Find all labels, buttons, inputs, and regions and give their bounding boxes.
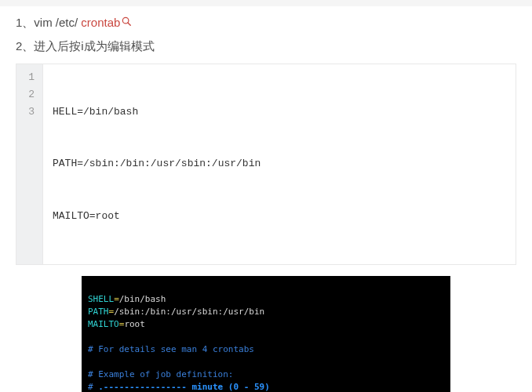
t: /bin/bash — [119, 294, 166, 304]
code-line: HELL=/bin/bash — [53, 103, 506, 121]
code-content[interactable]: HELL=/bin/bash PATH=/sbin:/bin:/usr/sbin… — [43, 64, 516, 264]
line-numbers: 1 2 3 — [16, 64, 43, 264]
t: # For details see man 4 crontabs — [88, 344, 254, 354]
t: PATH — [88, 307, 109, 317]
step-2: 2、进入后按i成为编辑模式 — [16, 34, 516, 58]
t: /sbin:/bin:/usr/sbin:/usr/bin — [114, 307, 264, 317]
code-line: MAILTO=root — [53, 208, 506, 225]
step-1-text: 1、vim /etc/ — [16, 16, 81, 29]
t: root — [124, 319, 145, 329]
t: # Example of job definition: — [88, 369, 233, 379]
article-container: 1、vim /etc/ crontab 2、进入后按i成为编辑模式 1 2 3 … — [0, 6, 532, 392]
t: # — [88, 382, 98, 392]
search-icon[interactable] — [121, 16, 132, 27]
terminal-image-wrap: SHELL=/bin/bash PATH=/sbin:/bin:/usr/sbi… — [16, 276, 516, 392]
ln: 2 — [23, 86, 36, 103]
t: = — [114, 294, 119, 304]
ln: 3 — [23, 103, 36, 121]
code-line: PATH=/sbin:/bin:/usr/sbin:/usr/bin — [53, 155, 506, 172]
t: SHELL — [88, 294, 114, 304]
svg-line-1 — [128, 23, 130, 25]
ln: 1 — [23, 69, 36, 86]
terminal-image: SHELL=/bin/bash PATH=/sbin:/bin:/usr/sbi… — [82, 276, 450, 392]
step-1: 1、vim /etc/ crontab — [16, 11, 516, 34]
t: MAILTO — [88, 319, 119, 329]
code-block-env: 1 2 3 HELL=/bin/bash PATH=/sbin:/bin:/us… — [16, 64, 516, 265]
t: .---------------- minute (0 - 59) — [98, 382, 270, 392]
crontab-link[interactable]: crontab — [81, 16, 120, 29]
